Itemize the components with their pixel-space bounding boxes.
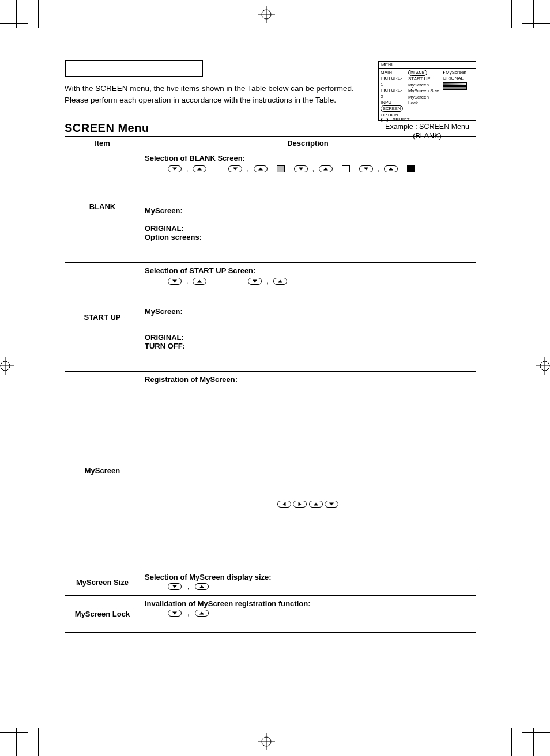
item-cell-myscreen-size: MyScreen Size [65, 569, 140, 596]
desc-heading: Selection of MyScreen display size: [145, 573, 471, 581]
table-row: MyScreen Lock Invalidation of MyScreen r… [65, 596, 476, 633]
item-cell-myscreen-lock: MyScreen Lock [65, 596, 140, 633]
right-button-icon [293, 501, 307, 508]
table-row: START UP Selection of START UP Screen: ,… [65, 263, 476, 372]
up-button-icon [254, 165, 268, 172]
crop-mark [522, 23, 550, 24]
desc-subheading: ORIGINAL: [145, 333, 471, 342]
registration-mark-icon [258, 733, 275, 750]
crop-mark [38, 0, 39, 28]
up-button-icon [273, 278, 287, 285]
crop-mark [0, 732, 28, 733]
up-button-icon [319, 165, 333, 172]
up-button-icon [195, 610, 209, 617]
left-button-icon [277, 501, 291, 508]
crop-mark [522, 732, 550, 733]
desc-cell-myscreen-lock: Invalidation of MyScreen registration fu… [140, 596, 476, 633]
desc-subheading: Option screens: [145, 233, 471, 241]
registration-mark-icon [258, 6, 275, 23]
button-sequence: , , [168, 277, 471, 285]
up-button-icon [309, 501, 323, 508]
crop-mark [533, 0, 534, 28]
down-button-icon [168, 610, 182, 617]
crop-mark [16, 0, 17, 28]
up-button-icon [195, 583, 209, 590]
desc-subheading: MyScreen: [145, 307, 471, 316]
crop-mark [511, 728, 512, 756]
down-button-icon [248, 278, 262, 285]
crop-mark [0, 23, 28, 24]
registration-mark-icon [0, 357, 14, 375]
table-header-row: Item Description [65, 137, 476, 150]
desc-heading: Invalidation of MyScreen registration fu… [145, 599, 471, 608]
down-button-icon [168, 278, 182, 285]
down-button-icon [168, 583, 182, 590]
button-sequence: , [168, 609, 471, 617]
up-button-icon [193, 165, 206, 172]
table-row: MyScreen Registration of MyScreen: [65, 372, 476, 569]
desc-cell-myscreen-size: Selection of MyScreen display size: , [140, 569, 476, 596]
desc-heading: Selection of START UP Screen: [145, 266, 471, 275]
black-swatch-icon [407, 165, 415, 172]
desc-heading: Registration of MyScreen: [145, 375, 471, 384]
down-button-icon [359, 165, 373, 172]
registration-mark-icon [536, 357, 550, 375]
crop-mark [533, 728, 534, 756]
desc-subheading: TURN OFF: [145, 342, 471, 350]
column-header-item: Item [65, 137, 140, 150]
item-cell-startup: START UP [65, 263, 140, 372]
button-sequence: , , , , [168, 165, 471, 173]
down-button-icon [325, 501, 338, 508]
button-sequence [145, 499, 471, 508]
section-title: SCREEN Menu [65, 122, 476, 135]
item-cell-myscreen: MyScreen [65, 372, 140, 569]
desc-cell-myscreen: Registration of MyScreen: [140, 372, 476, 569]
down-button-icon [294, 165, 308, 172]
intro-text: With the SCREEN menu, the five items sho… [65, 83, 370, 105]
down-button-icon [168, 165, 182, 172]
white-swatch-icon [342, 165, 350, 172]
item-cell-blank: BLANK [65, 150, 140, 263]
table-row: BLANK Selection of BLANK Screen: , , , [65, 150, 476, 263]
crop-mark [16, 728, 17, 756]
desc-cell-startup: Selection of START UP Screen: , , MyScre… [140, 263, 476, 372]
up-button-icon [384, 165, 398, 172]
up-button-icon [193, 278, 206, 285]
screen-menu-table: Item Description BLANK Selection of BLAN… [65, 136, 476, 633]
table-row: MyScreen Size Selection of MyScreen disp… [65, 569, 476, 596]
desc-subheading: MyScreen: [145, 206, 471, 215]
crop-mark [511, 0, 512, 28]
gray-swatch-icon [277, 165, 285, 172]
desc-cell-blank: Selection of BLANK Screen: , , , [140, 150, 476, 263]
crop-mark [38, 728, 39, 756]
desc-subheading: ORIGINAL: [145, 224, 471, 233]
button-sequence: , [168, 583, 471, 591]
desc-heading: Selection of BLANK Screen: [145, 154, 471, 162]
down-button-icon [228, 165, 242, 172]
column-header-description: Description [140, 137, 476, 150]
title-box [65, 60, 203, 77]
